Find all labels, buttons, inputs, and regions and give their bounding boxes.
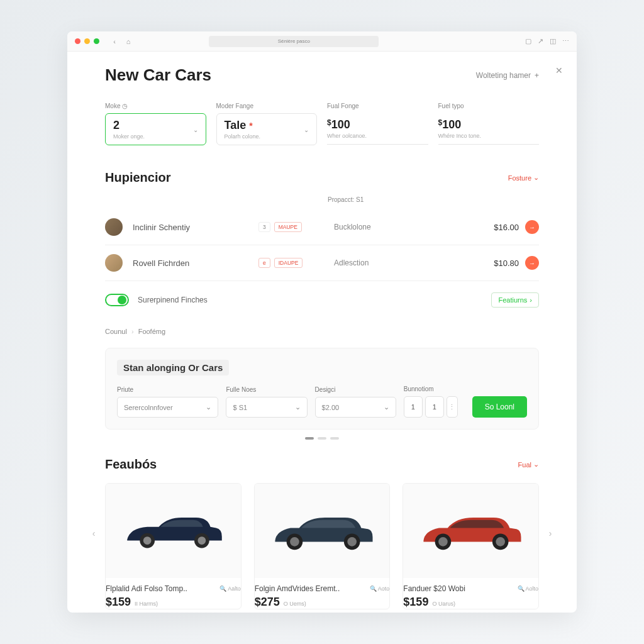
filter-fuel-range-input[interactable]: $100 Wher oolcanoe.	[327, 113, 428, 145]
card-title-row: Fanduer $20 Wobi 🔍 Aolto	[403, 584, 538, 593]
url-bar[interactable]: Sénière pasco	[209, 36, 379, 47]
carousel-prev[interactable]: ‹	[87, 527, 100, 540]
list-row: Rovell Fichrden e IDAUPE Adlesction $10.…	[105, 245, 539, 281]
card-meta: 🔍 Aolto	[518, 586, 539, 592]
filter-make: Moke ◷ 2 Moker onge. ⌄	[105, 103, 206, 145]
car-image	[403, 484, 538, 578]
titlebar-right: ▢ ↗ ◫ ⋯	[525, 37, 569, 45]
card-title-row: Flplalid Adi Folso Tomp.. 🔍 Aalto	[106, 584, 241, 593]
carousel-next[interactable]: ›	[544, 527, 557, 540]
chevron-down-icon: ⌄	[533, 460, 539, 469]
filter-hint: Whére Inco tone.	[438, 133, 540, 139]
minimize-dot[interactable]	[84, 38, 90, 44]
featured-header: Feaubós Fual ⌄	[105, 457, 539, 472]
submit-button[interactable]: So Loonl	[472, 396, 527, 418]
svg-point-1	[143, 536, 152, 545]
row-name: Rovell Fichrden	[133, 258, 258, 268]
lock-icon[interactable]: ◫	[550, 37, 556, 45]
car-card[interactable]: Flplalid Adi Folso Tomp.. 🔍 Aalto $159 I…	[105, 483, 242, 609]
pf-fuel: Fulle Noes $ S1⌄	[226, 386, 307, 418]
filter-model-select[interactable]: Tale * Polarh colone. ⌄	[216, 113, 318, 145]
row-badges: 3 MAUPE	[258, 222, 315, 232]
pf-label: Bunnotiom	[404, 386, 465, 392]
chevron-down-icon: ⌄	[193, 126, 198, 133]
pf-price-select[interactable]: Serercolnnfover⌄	[117, 397, 218, 418]
pf-design-select[interactable]: $2.00⌄	[315, 397, 396, 418]
filter-make-select[interactable]: 2 Moker onge. ⌄	[105, 113, 206, 145]
card-meta: 🔍 Aalto	[219, 586, 241, 592]
featured-title: Feaubós	[105, 457, 157, 472]
pf-price: Priute Serercolnnfover⌄	[117, 386, 218, 418]
row-price: $16.00	[494, 223, 519, 232]
filter-model: Moder Fange Tale * Polarh colone. ⌄	[216, 103, 318, 145]
list-row: Inclinir Schentiy 3 MAUPE Bucklolone $16…	[105, 209, 539, 245]
crumb: Foofémg	[138, 328, 165, 335]
plus-icon: +	[535, 71, 539, 80]
hup-title: Hupiencior	[105, 170, 170, 185]
page-title: New Car Cars	[105, 65, 211, 85]
pf-design: Desigci $2.00⌄	[315, 386, 396, 418]
filter-value: Tale *	[225, 119, 309, 132]
avatar	[105, 218, 123, 236]
window-controls	[75, 38, 99, 44]
filter-fuel-type: Fuel typo $100 Whére Inco tone.	[438, 103, 540, 145]
filter-value: $100	[327, 118, 428, 131]
crumb-sep: ›	[131, 328, 134, 335]
filter-label: Fuel typo	[438, 103, 540, 109]
app-window: ‹ ⌂ Sénière pasco ▢ ↗ ◫ ⋯ ✕ New Car Cars…	[67, 31, 577, 613]
card-sub: O Uems)	[284, 601, 306, 607]
go-button[interactable]: →	[525, 220, 539, 234]
sub-label: Propacct: S1	[328, 196, 539, 203]
filter-hint: Moker onge.	[113, 133, 198, 140]
row-desc: Adlesction	[315, 258, 494, 267]
filter-value: $100	[438, 118, 540, 131]
features-button[interactable]: Featiurns ›	[491, 292, 539, 308]
chevron-down-icon: ⌄	[384, 403, 389, 411]
more-icon[interactable]: ⋯	[562, 37, 569, 45]
fuel-link[interactable]: Fual ⌄	[518, 460, 539, 469]
close-icon[interactable]: ✕	[555, 65, 563, 75]
content: ✕ New Car Cars Wolteting hamer + Moke ◷ …	[67, 52, 577, 609]
badge: 3	[258, 222, 270, 232]
card-title: Flplalid Adi Folso Tomp..	[106, 584, 187, 593]
page-dot[interactable]	[330, 437, 339, 440]
row-price: $10.80	[494, 258, 519, 268]
feature-link-label: Fosture	[508, 174, 531, 182]
card-meta: 🔍 Aoto	[370, 586, 390, 592]
panel-title: Stan alonging Or Cars	[117, 360, 229, 375]
crumb[interactable]: Counul	[105, 328, 127, 335]
car-card[interactable]: Folgin AmdVrides Eremt.. 🔍 Aoto $275 O U…	[254, 483, 391, 609]
page-dot[interactable]	[318, 437, 326, 440]
bookmark-icon[interactable]: ▢	[525, 37, 531, 45]
toggle-switch[interactable]	[105, 294, 129, 306]
close-dot[interactable]	[75, 38, 80, 44]
share-icon[interactable]: ↗	[538, 37, 543, 45]
toggle-row: Surerpinend Finches Featiurns ›	[105, 281, 539, 319]
chevron-down-icon: ⌄	[206, 403, 211, 411]
titlebar: ‹ ⌂ Sénière pasco ▢ ↗ ◫ ⋯	[67, 31, 577, 52]
home-button[interactable]: ⌂	[123, 36, 133, 47]
go-button[interactable]: →	[525, 256, 539, 270]
pf-label: Desigci	[315, 386, 396, 393]
stepper-more[interactable]: ⋮	[447, 396, 458, 418]
top-filters: Moke ◷ 2 Moker onge. ⌄ Moder Fange Tale …	[105, 103, 539, 145]
card-price: $159 II Harms)	[106, 596, 241, 609]
wolting-link[interactable]: Wolteting hamer +	[476, 71, 539, 80]
filter-value: 2	[113, 119, 198, 132]
car-card[interactable]: Fanduer $20 Wobi 🔍 Aolto $159 O Uarus)	[402, 483, 539, 609]
feature-link[interactable]: Fosture ⌄	[508, 174, 539, 182]
pf-fuel-select[interactable]: $ S1⌄	[226, 397, 307, 418]
page-dot[interactable]	[305, 437, 314, 440]
stepper-v2[interactable]: 1	[425, 396, 444, 418]
maximize-dot[interactable]	[94, 38, 99, 44]
nav-controls: ‹ ⌂	[109, 36, 133, 47]
back-button[interactable]: ‹	[109, 36, 119, 47]
hup-header: Hupiencior Fosture ⌄	[105, 170, 539, 185]
svg-point-5	[290, 537, 299, 547]
card-sub: II Harms)	[135, 601, 158, 607]
card-title-row: Folgin AmdVrides Eremt.. 🔍 Aoto	[255, 584, 390, 593]
filter-fuel-type-input[interactable]: $100 Whére Inco tone.	[438, 113, 540, 145]
stepper-v1[interactable]: 1	[404, 396, 423, 418]
svg-point-7	[347, 537, 357, 547]
card-body: Fanduer $20 Wobi 🔍 Aolto $159 O Uarus)	[403, 578, 538, 609]
